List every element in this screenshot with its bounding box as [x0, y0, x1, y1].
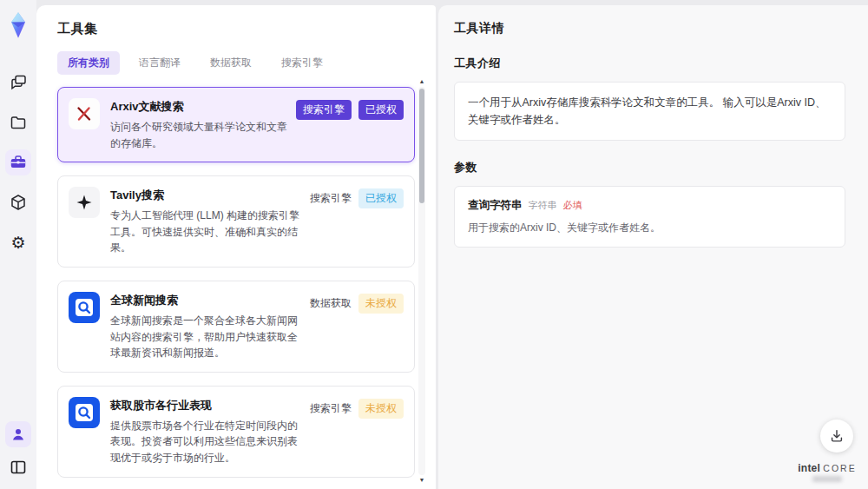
- param-required-badge: 必填: [563, 199, 582, 212]
- intro-heading: 工具介绍: [454, 56, 845, 71]
- tab-all-categories[interactable]: 所有类别: [57, 51, 120, 75]
- blue-search-icon: [69, 397, 100, 428]
- tool-title: Tavily搜索: [110, 188, 301, 203]
- auth-status-badge: 未授权: [358, 399, 404, 419]
- arxiv-x-icon: [69, 98, 100, 129]
- blue-search-icon: [69, 292, 100, 323]
- auth-status-badge: 未授权: [358, 294, 404, 314]
- list-scrollbar[interactable]: ▲ ▼: [418, 78, 425, 484]
- cube-icon: [9, 193, 28, 212]
- tool-list: Arxiv文献搜索 访问各个研究领域大量科学论文和文章的存储库。 搜索引擎 已授…: [57, 87, 415, 489]
- toolbox-icon: [9, 153, 28, 172]
- tab-translation[interactable]: 语言翻译: [128, 51, 191, 75]
- tab-search-engine[interactable]: 搜索引擎: [271, 51, 333, 75]
- gear-icon: ⚙: [10, 235, 25, 251]
- intel-core-logo: intel CORE: [797, 462, 858, 482]
- tool-title: Arxiv文献搜索: [110, 99, 287, 115]
- param-box: 查询字符串 字符串 必填 用于搜索的Arxiv ID、关键字或作者姓名。: [454, 186, 845, 248]
- tool-card-global-news[interactable]: 全球新闻搜索 全球新闻搜索是一个聚合全球各大新闻网站内容的搜索引擎，帮助用户快速…: [57, 281, 415, 373]
- category-badge: 搜索引擎: [296, 100, 352, 120]
- tool-details-panel: 工具详情 工具介绍 一个用于从Arxiv存储库搜索科学论文和文章的工具。 输入可…: [438, 5, 868, 489]
- tool-card-sector-performance[interactable]: 获取股市各行业表现 提供股票市场各个行业在特定时间段内的表现。投资者可以利用这些…: [57, 386, 415, 478]
- brand-core: CORE: [823, 463, 856, 473]
- param-description: 用于搜索的Arxiv ID、关键字或作者姓名。: [468, 221, 832, 235]
- tool-description: 全球新闻搜索是一个聚合全球各大新闻网站内容的搜索引擎，帮助用户快速获取全球最新资…: [110, 313, 301, 361]
- brand-intel: intel: [798, 462, 820, 474]
- details-title: 工具详情: [454, 21, 845, 36]
- page-title: 工具集: [57, 21, 436, 37]
- tab-data-fetch[interactable]: 数据获取: [200, 51, 262, 75]
- panel-toggle-icon: [9, 458, 28, 477]
- auth-status-badge: 已授权: [358, 100, 404, 120]
- sidebar: ⚙: [0, 0, 36, 489]
- scroll-down-icon[interactable]: ▼: [419, 477, 425, 484]
- intro-text: 一个用于从Arxiv存储库搜索科学论文和文章的工具。 输入可以是Arxiv ID…: [468, 94, 832, 129]
- download-button[interactable]: [820, 420, 853, 453]
- category-label: 数据获取: [310, 296, 352, 311]
- tool-description: 访问各个研究领域大量科学论文和文章的存储库。: [110, 119, 287, 151]
- category-label: 搜索引擎: [310, 191, 352, 206]
- param-name: 查询字符串: [468, 198, 523, 213]
- brand-sub-blur: [812, 476, 842, 482]
- scrollbar-track[interactable]: [418, 87, 425, 475]
- tool-title: 全球新闻搜索: [110, 293, 301, 308]
- sidebar-item-settings[interactable]: ⚙: [5, 229, 31, 255]
- tool-description: 专为人工智能代理 (LLM) 构建的搜索引擎工具。可快速提供实时、准确和真实的结…: [110, 208, 301, 256]
- sidebar-item-files[interactable]: [5, 109, 31, 135]
- tool-card-tavily[interactable]: Tavily搜索 专为人工智能代理 (LLM) 构建的搜索引擎工具。可快速提供实…: [57, 175, 415, 268]
- app-logo-icon: [5, 10, 31, 40]
- folder-icon: [9, 113, 28, 132]
- sidebar-item-models[interactable]: [5, 189, 31, 215]
- sidebar-item-tools[interactable]: [5, 149, 31, 175]
- tool-description: 提供股票市场各个行业在特定时间段内的表现。投资者可以利用这些信息来识别表现优于或…: [110, 418, 301, 466]
- sparkle-star-icon: [69, 187, 100, 218]
- params-heading: 参数: [454, 160, 845, 175]
- user-icon: [10, 426, 27, 443]
- param-type: 字符串: [529, 199, 557, 212]
- scrollbar-thumb[interactable]: [419, 89, 424, 203]
- category-label: 搜索引擎: [310, 401, 352, 416]
- chat-icon: [9, 73, 28, 92]
- sidebar-item-collapse[interactable]: [5, 454, 31, 480]
- tools-panel: 工具集 所有类别 语言翻译 数据获取 搜索引擎 Arxiv文献搜索 访问各个研究…: [36, 5, 436, 489]
- auth-status-badge: 已授权: [358, 188, 404, 208]
- sidebar-item-chat[interactable]: [5, 69, 31, 96]
- intro-box: 一个用于从Arxiv存储库搜索科学论文和文章的工具。 输入可以是Arxiv ID…: [454, 82, 845, 141]
- tool-card-arxiv[interactable]: Arxiv文献搜索 访问各个研究领域大量科学论文和文章的存储库。 搜索引擎 已授…: [57, 87, 415, 162]
- sidebar-item-account[interactable]: [5, 421, 31, 447]
- download-icon: [829, 428, 845, 444]
- tool-title: 获取股市各行业表现: [110, 398, 301, 413]
- scroll-up-icon[interactable]: ▲: [419, 78, 425, 85]
- category-tabs: 所有类别 语言翻译 数据获取 搜索引擎: [57, 51, 436, 75]
